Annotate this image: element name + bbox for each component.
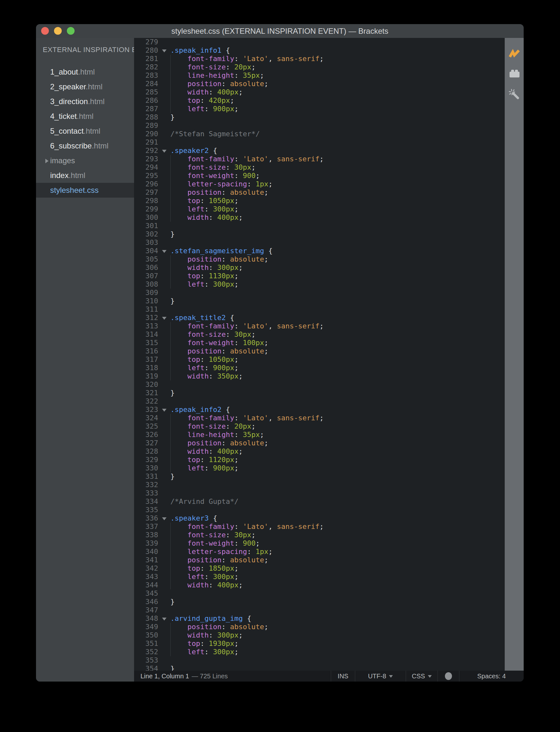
line-number[interactable]: 316 bbox=[134, 347, 158, 356]
line-number[interactable]: 315 bbox=[134, 339, 158, 347]
line-number[interactable]: 291 bbox=[134, 138, 158, 147]
code-line-334[interactable]: 334/*Arvind Gupta*/ bbox=[134, 497, 505, 506]
title-bar[interactable]: stylesheet.css (EXTERNAL INSPIRATION EVE… bbox=[36, 24, 524, 38]
code-line-308[interactable]: 308 left: 300px; bbox=[134, 280, 505, 289]
line-number[interactable]: 314 bbox=[134, 330, 158, 339]
line-number[interactable]: 297 bbox=[134, 188, 158, 197]
code-line-352[interactable]: 352 left: 300px; bbox=[134, 648, 505, 656]
line-number[interactable]: 339 bbox=[134, 539, 158, 547]
line-number[interactable]: 292 bbox=[134, 147, 158, 155]
line-number[interactable]: 341 bbox=[134, 556, 158, 564]
code-line-322[interactable]: 322 bbox=[134, 397, 505, 405]
code-line-284[interactable]: 284 position: absolute; bbox=[134, 80, 505, 88]
line-number[interactable]: 337 bbox=[134, 522, 158, 531]
code-line-310[interactable]: 310} bbox=[134, 297, 505, 305]
line-number[interactable]: 325 bbox=[134, 422, 158, 430]
sidebar-file-6_subscribe.html[interactable]: 6_subscribe.html bbox=[36, 139, 134, 153]
code-line-340[interactable]: 340 letter-spacing: 1px; bbox=[134, 547, 505, 556]
code-line-298[interactable]: 298 top: 1050px; bbox=[134, 197, 505, 205]
code-line-312[interactable]: 312.speak_title2 { bbox=[134, 314, 505, 322]
line-number[interactable]: 308 bbox=[134, 280, 158, 289]
fold-arrow-icon[interactable] bbox=[162, 317, 167, 320]
fold-arrow-icon[interactable] bbox=[162, 517, 167, 520]
code-line-339[interactable]: 339 font-weight: 900; bbox=[134, 539, 505, 547]
line-number[interactable]: 312 bbox=[134, 314, 158, 322]
line-number[interactable]: 301 bbox=[134, 222, 158, 230]
line-number[interactable]: 340 bbox=[134, 547, 158, 556]
code-line-349[interactable]: 349 position: absolute; bbox=[134, 623, 505, 631]
indent-width-setting[interactable]: Spaces: 4 bbox=[459, 671, 524, 682]
code-line-290[interactable]: 290/*Stefan Sagmeister*/ bbox=[134, 130, 505, 138]
code-line-313[interactable]: 313 font-family: 'Lato', sans-serif; bbox=[134, 322, 505, 330]
code-line-329[interactable]: 329 top: 1120px; bbox=[134, 456, 505, 464]
line-number[interactable]: 328 bbox=[134, 447, 158, 456]
line-number[interactable]: 319 bbox=[134, 372, 158, 380]
line-number[interactable]: 287 bbox=[134, 105, 158, 113]
line-number[interactable]: 354 bbox=[134, 664, 158, 671]
line-number[interactable]: 310 bbox=[134, 297, 158, 305]
code-line-342[interactable]: 342 top: 1850px; bbox=[134, 564, 505, 573]
code-line-335[interactable]: 335 bbox=[134, 506, 505, 514]
code-line-351[interactable]: 351 top: 1930px; bbox=[134, 639, 505, 648]
line-number[interactable]: 293 bbox=[134, 155, 158, 163]
code-line-288[interactable]: 288} bbox=[134, 113, 505, 122]
code-line-328[interactable]: 328 width: 400px; bbox=[134, 447, 505, 456]
line-number[interactable]: 322 bbox=[134, 397, 158, 405]
code-line-300[interactable]: 300 width: 400px; bbox=[134, 213, 505, 222]
line-number[interactable]: 317 bbox=[134, 356, 158, 364]
code-line-297[interactable]: 297 position: absolute; bbox=[134, 188, 505, 197]
line-number[interactable]: 289 bbox=[134, 122, 158, 130]
code-line-316[interactable]: 316 position: absolute; bbox=[134, 347, 505, 356]
encoding-selector[interactable]: UTF-8 bbox=[355, 671, 406, 682]
line-number[interactable]: 350 bbox=[134, 631, 158, 639]
code-editor[interactable]: 279280.speak_info1 {281 font-family: 'La… bbox=[134, 38, 505, 671]
line-number[interactable]: 348 bbox=[134, 614, 158, 623]
fold-gutter[interactable] bbox=[158, 514, 170, 522]
line-number[interactable]: 333 bbox=[134, 489, 158, 497]
line-number[interactable]: 294 bbox=[134, 163, 158, 172]
project-name-dropdown[interactable]: EXTERNAL INSPIRATION E bbox=[36, 38, 134, 65]
line-number[interactable]: 295 bbox=[134, 172, 158, 180]
sidebar-file-5_contact.html[interactable]: 5_contact.html bbox=[36, 124, 134, 139]
sidebar-file-stylesheet.css[interactable]: stylesheet.css bbox=[36, 183, 134, 198]
fold-arrow-icon[interactable] bbox=[162, 150, 167, 153]
line-number[interactable]: 345 bbox=[134, 589, 158, 598]
insert-mode-toggle[interactable]: INS bbox=[331, 671, 355, 682]
code-line-324[interactable]: 324 font-family: 'Lato', sans-serif; bbox=[134, 414, 505, 422]
code-line-314[interactable]: 314 font-size: 30px; bbox=[134, 330, 505, 339]
code-line-330[interactable]: 330 left: 900px; bbox=[134, 464, 505, 472]
code-line-305[interactable]: 305 position: absolute; bbox=[134, 255, 505, 264]
sidebar-file-3_direction.html[interactable]: 3_direction.html bbox=[36, 94, 134, 109]
code-line-292[interactable]: 292.speaker2 { bbox=[134, 147, 505, 155]
line-number[interactable]: 346 bbox=[134, 598, 158, 606]
line-number[interactable]: 279 bbox=[134, 38, 158, 46]
code-line-317[interactable]: 317 top: 1050px; bbox=[134, 356, 505, 364]
line-number[interactable]: 280 bbox=[134, 46, 158, 55]
code-line-282[interactable]: 282 font-size: 20px; bbox=[134, 63, 505, 71]
line-number[interactable]: 334 bbox=[134, 497, 158, 506]
fold-arrow-icon[interactable] bbox=[162, 409, 167, 411]
line-number[interactable]: 326 bbox=[134, 430, 158, 439]
code-line-280[interactable]: 280.speak_info1 { bbox=[134, 46, 505, 55]
code-line-295[interactable]: 295 font-weight: 900; bbox=[134, 172, 505, 180]
line-number[interactable]: 284 bbox=[134, 80, 158, 88]
folder-disclosure-triangle-icon[interactable] bbox=[45, 159, 49, 163]
fold-gutter[interactable] bbox=[158, 314, 170, 322]
line-number[interactable]: 324 bbox=[134, 414, 158, 422]
code-line-348[interactable]: 348.arvind_gupta_img { bbox=[134, 614, 505, 623]
line-number[interactable]: 300 bbox=[134, 213, 158, 222]
code-line-318[interactable]: 318 left: 900px; bbox=[134, 364, 505, 372]
line-number[interactable]: 302 bbox=[134, 230, 158, 239]
fold-gutter[interactable] bbox=[158, 614, 170, 623]
code-line-337[interactable]: 337 font-family: 'Lato', sans-serif; bbox=[134, 522, 505, 531]
sidebar-file-1_about.html[interactable]: 1_about.html bbox=[36, 65, 134, 79]
line-number[interactable]: 342 bbox=[134, 564, 158, 573]
line-number[interactable]: 320 bbox=[134, 380, 158, 389]
sidebar-folder-images[interactable]: images bbox=[36, 153, 134, 168]
code-line-303[interactable]: 303 bbox=[134, 239, 505, 247]
code-line-341[interactable]: 341 position: absolute; bbox=[134, 556, 505, 564]
code-line-311[interactable]: 311 bbox=[134, 305, 505, 314]
line-number[interactable]: 303 bbox=[134, 239, 158, 247]
fold-arrow-icon[interactable] bbox=[162, 50, 167, 52]
line-number[interactable]: 299 bbox=[134, 205, 158, 213]
